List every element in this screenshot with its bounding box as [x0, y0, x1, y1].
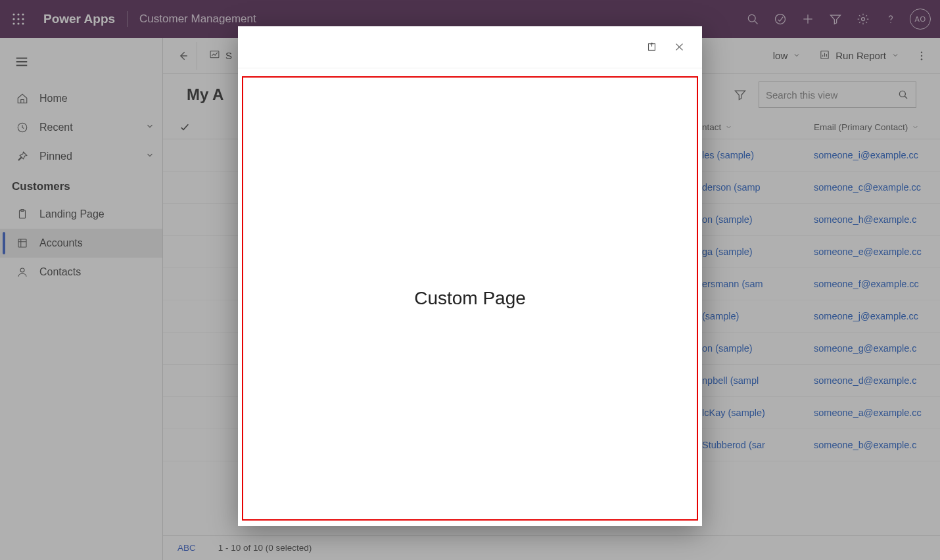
custom-page-dialog: Custom Page: [238, 26, 702, 526]
dialog-expand-button[interactable]: [644, 40, 659, 55]
custom-page-label: Custom Page: [414, 288, 526, 309]
dialog-close-button[interactable]: [672, 40, 686, 55]
dialog-title-bar: [238, 26, 702, 68]
dialog-body-frame: Custom Page: [242, 76, 698, 521]
